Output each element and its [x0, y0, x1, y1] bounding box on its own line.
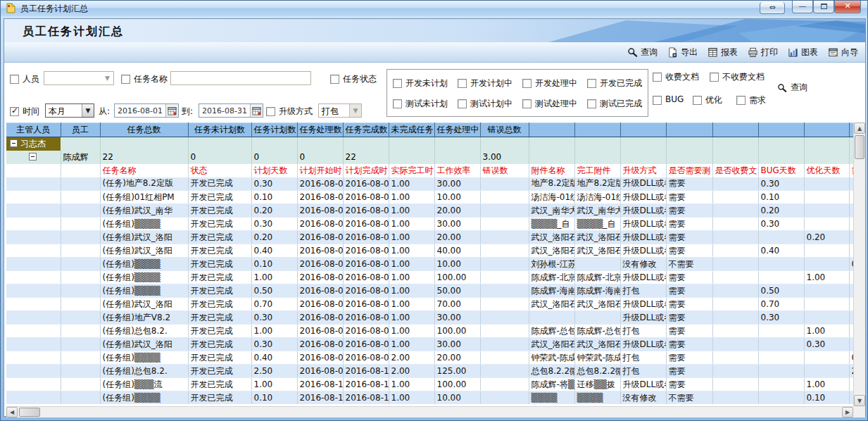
- row-cell[interactable]: (任务组)▒▒▒▒: [100, 258, 188, 271]
- toolbar-report-button[interactable]: 报表: [706, 46, 739, 59]
- row-cell[interactable]: 0.30: [251, 338, 297, 351]
- sub-column-header[interactable]: 是否收费文: [712, 164, 758, 177]
- row-cell[interactable]: [758, 325, 804, 338]
- table-row[interactable]: (任务组)总包8.2.开发已完成1.002016-08-082016-08-08…: [6, 325, 853, 338]
- row-cell[interactable]: 2016-08-02: [343, 191, 389, 204]
- row-cell[interactable]: 升级DLL或者: [620, 191, 666, 204]
- row-cell[interactable]: 2016-08-08: [343, 351, 389, 365]
- row-cell[interactable]: 2016-08-05: [297, 311, 343, 325]
- row-cell[interactable]: 开发已完成: [188, 325, 251, 338]
- toolbar-query-button[interactable]: 查询: [626, 46, 659, 59]
- column-header[interactable]: [574, 123, 620, 137]
- row-cell[interactable]: 开发已完成: [188, 284, 251, 298]
- row-cell[interactable]: 2016-08-04: [297, 284, 343, 298]
- column-header[interactable]: [758, 123, 804, 137]
- summary-value-cell[interactable]: 3.00: [480, 151, 529, 164]
- dev-processing-checkbox[interactable]: [522, 79, 532, 88]
- row-cell[interactable]: 2016-08-08: [297, 351, 343, 365]
- optimize-checkbox[interactable]: [693, 96, 702, 105]
- table-row[interactable]: (任务组)▒▒▒▒开发已完成1.002016-08-042016-08-041.…: [6, 271, 853, 284]
- row-cell[interactable]: 1.00: [389, 284, 434, 298]
- row-cell[interactable]: 开发已完成: [188, 311, 251, 325]
- row-cell[interactable]: 升级DLL或者: [620, 338, 666, 351]
- row-cell[interactable]: 10.00: [434, 191, 480, 204]
- row-cell[interactable]: 钟荣武-陈成: [574, 351, 620, 365]
- row-cell[interactable]: [804, 284, 849, 298]
- row-cell[interactable]: 0.20: [758, 204, 804, 218]
- date-to-input[interactable]: [199, 104, 250, 117]
- table-row[interactable]: (任务组)武汉_洛阳开发已完成0.402016-08-032016-08-031…: [6, 244, 853, 258]
- table-row[interactable]: (任务组)▒▒▒▒开发已完成0.402016-08-082016-08-082.…: [6, 351, 853, 365]
- row-cell[interactable]: [712, 311, 758, 325]
- row-cell[interactable]: 开发已完成: [188, 391, 251, 405]
- table-row[interactable]: (任务组)地产V8.2开发已完成0.302016-08-052016-08-05…: [6, 311, 853, 325]
- row-cell[interactable]: [480, 391, 529, 405]
- row-cell[interactable]: [712, 365, 758, 378]
- row-cell[interactable]: 0.10: [251, 391, 297, 405]
- row-cell[interactable]: 钟荣武-陈成: [529, 351, 574, 365]
- row-cell[interactable]: [758, 231, 804, 244]
- test-planning-checkbox[interactable]: [458, 99, 467, 108]
- row-cell[interactable]: 2.50: [251, 365, 297, 378]
- dev-planning-checkbox[interactable]: [458, 79, 467, 88]
- row-cell[interactable]: 0.30: [758, 311, 804, 325]
- row-cell[interactable]: ▒▒▒▒_自: [529, 218, 574, 231]
- row-cell[interactable]: 20.00: [434, 204, 480, 218]
- row-cell[interactable]: 0.40: [251, 244, 297, 258]
- row-cell[interactable]: 30.00: [434, 177, 480, 191]
- row-cell[interactable]: (任务组)▒▒▒▒: [100, 271, 188, 284]
- sub-column-header[interactable]: 升级方式: [620, 164, 666, 177]
- table-row[interactable]: (任务组)▒▒▒▒开发已完成0.102016-08-042016-08-041.…: [6, 258, 853, 271]
- row-cell[interactable]: 刘孙根-江苏: [529, 258, 574, 271]
- row-cell[interactable]: [480, 298, 529, 311]
- row-cell[interactable]: 武汉_洛阳石: [529, 338, 574, 351]
- dev-done-checkbox[interactable]: [587, 79, 596, 88]
- row-cell[interactable]: 10.00: [434, 391, 480, 405]
- row-cell[interactable]: 2016-08-03: [297, 218, 343, 231]
- table-row[interactable]: (任务组)武汉_南华开发已完成0.202016-08-032016-08-031…: [6, 204, 853, 218]
- hscroll-thumb[interactable]: [19, 408, 40, 417]
- row-cell[interactable]: [480, 191, 529, 204]
- row-cell[interactable]: 1.00: [251, 378, 297, 391]
- scroll-down-icon[interactable]: ▼: [854, 395, 865, 406]
- row-cell[interactable]: 1.00: [389, 177, 434, 191]
- row-cell[interactable]: 1.00: [389, 191, 434, 204]
- row-cell[interactable]: [804, 191, 849, 204]
- row-cell[interactable]: 1.00: [804, 378, 849, 391]
- row-cell[interactable]: 武汉_洛阳石: [529, 244, 574, 258]
- row-cell[interactable]: 1.00: [804, 325, 849, 338]
- row-cell[interactable]: 升级DLL或者: [620, 271, 666, 284]
- row-cell[interactable]: 1.00: [389, 325, 434, 338]
- table-row[interactable]: (任务组)▒▒▒▒开发已完成0.502016-08-042016-08-041.…: [6, 284, 853, 298]
- row-cell[interactable]: 1.00: [389, 338, 434, 351]
- vertical-scrollbar[interactable]: ▲ ▼: [853, 122, 865, 406]
- row-cell[interactable]: [758, 365, 804, 378]
- row-cell[interactable]: ▒▒▒▒: [529, 391, 574, 405]
- column-header[interactable]: 任务处理中: [434, 123, 480, 137]
- row-cell[interactable]: 打包: [620, 325, 666, 338]
- row-cell[interactable]: 需要: [666, 338, 712, 351]
- row-cell[interactable]: [712, 258, 758, 271]
- toolbar-print-button[interactable]: 打印: [746, 46, 779, 59]
- sub-column-header[interactable]: 任务名称: [100, 164, 188, 177]
- row-cell[interactable]: 0.70: [758, 298, 804, 311]
- row-cell[interactable]: 2016-08-11: [297, 391, 343, 405]
- row-cell[interactable]: 100.00: [434, 378, 480, 391]
- row-cell[interactable]: 需要: [666, 325, 712, 338]
- task-name-input[interactable]: [170, 71, 311, 85]
- upgrade-mode-checkbox[interactable]: [266, 107, 275, 116]
- row-cell[interactable]: 0.30: [804, 338, 849, 351]
- row-cell[interactable]: 1.00: [389, 231, 434, 244]
- row-cell[interactable]: 打包: [620, 365, 666, 378]
- summary-collapse-cell[interactable]: [6, 151, 61, 164]
- row-cell[interactable]: 2016-08-02: [343, 177, 389, 191]
- row-cell[interactable]: [712, 271, 758, 284]
- test-unplanned-checkbox[interactable]: [393, 99, 402, 108]
- sub-column-header[interactable]: BUG天数: [758, 164, 804, 177]
- scroll-right-icon[interactable]: ▶: [842, 407, 853, 417]
- row-cell[interactable]: 开发已完成: [188, 365, 251, 378]
- row-cell[interactable]: 1.00: [389, 298, 434, 311]
- group-row[interactable]: 习志杰: [6, 137, 853, 151]
- sub-column-header[interactable]: 状态: [188, 164, 251, 177]
- row-cell[interactable]: (任务组)▒▒▒流: [100, 378, 188, 391]
